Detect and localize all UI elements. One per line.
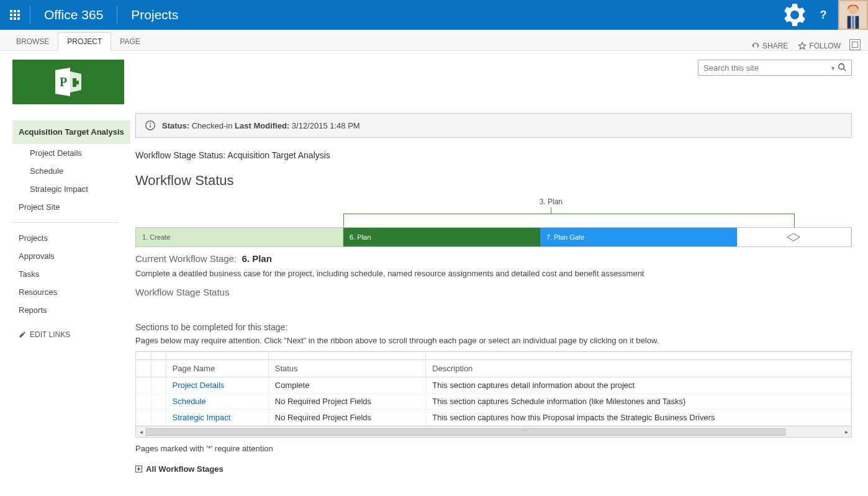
workflow-stage-plan[interactable]: 6. Plan <box>343 228 540 246</box>
current-stage-value: 6. Plan <box>242 253 271 264</box>
all-workflow-stages-toggle[interactable]: + All Workflow Stages <box>135 464 852 474</box>
stage-description: Complete a deatiled business case for th… <box>135 269 852 278</box>
sections-table: Page Name Status Description Project Det… <box>136 352 851 426</box>
focus-content-icon[interactable] <box>849 39 861 50</box>
sections-subtext: Pages below may require attention. Click… <box>135 336 852 345</box>
last-modified-label: Last Modified: <box>235 121 289 130</box>
site-logo-project[interactable]: P <box>12 60 124 104</box>
table-col-blank <box>136 360 151 377</box>
ribbon-tab-project[interactable]: PROJECT <box>58 32 111 51</box>
app-name-label[interactable]: Projects <box>117 7 192 22</box>
workflow-stage-plan-gate[interactable]: 7. Plan Gate <box>540 228 737 246</box>
workflow-diagram: 3. Plan 1. Create 6. Plan 7. Plan Gate <box>135 197 852 247</box>
scroll-grip-icon: ⋯ <box>522 427 528 434</box>
svg-marker-5 <box>798 42 806 49</box>
workflow-status-heading: Workflow Status <box>135 173 852 189</box>
table-row: Strategic Impact No Required Project Fie… <box>136 410 851 426</box>
expand-icon: + <box>135 466 142 472</box>
all-workflow-stages-label: All Workflow Stages <box>146 464 224 474</box>
sections-footnote: Pages marked with '*' require attention <box>135 444 852 453</box>
svg-point-13 <box>150 123 151 124</box>
table-row: Schedule No Required Project Fields This… <box>136 394 851 410</box>
share-label: SHARE <box>762 42 788 50</box>
sections-table-wrap: Page Name Status Description Project Det… <box>135 351 852 426</box>
table-row: Project Details Complete This section ca… <box>136 377 851 394</box>
page-link-project-details[interactable]: Project Details <box>173 381 225 390</box>
diamond-icon <box>787 233 800 241</box>
table-col-blank <box>151 360 166 377</box>
nav-current-project[interactable]: Acquisition Target Analysis <box>12 120 130 144</box>
table-col-page-name[interactable]: Page Name <box>166 360 268 377</box>
follow-button[interactable]: FOLLOW <box>793 42 846 50</box>
share-button[interactable]: SHARE <box>746 42 793 50</box>
table-col-status[interactable]: Status <box>268 360 426 377</box>
search-box[interactable]: ▾ <box>698 60 852 76</box>
workflow-stage-status-subheading: Workflow Stage Status <box>135 287 852 297</box>
svg-text:P: P <box>60 75 67 89</box>
nav-sub-schedule[interactable]: Schedule <box>24 162 130 180</box>
scroll-left-icon[interactable]: ◂ <box>136 428 146 435</box>
brand-label[interactable]: Office 365 <box>30 7 117 22</box>
search-scope-dropdown-icon[interactable]: ▾ <box>831 65 838 71</box>
suite-header: Office 365 Projects ? <box>0 0 868 30</box>
workflow-stage-status-line: Workflow Stage Status: Acquisition Targe… <box>135 150 852 160</box>
svg-point-9 <box>839 63 844 69</box>
left-column: P Acquisition Target Analysis Project De… <box>0 51 130 496</box>
user-avatar[interactable] <box>838 0 868 30</box>
svg-rect-4 <box>852 16 854 29</box>
app-launcher-icon[interactable] <box>0 0 30 30</box>
horizontal-scrollbar[interactable]: ◂ ⋯ ▸ <box>135 426 852 438</box>
status-label: Status: <box>162 121 189 130</box>
table-col-description[interactable]: Description <box>426 360 851 377</box>
workflow-stage-next[interactable] <box>737 228 851 246</box>
help-icon[interactable]: ? <box>808 0 838 30</box>
page-link-schedule[interactable]: Schedule <box>173 397 206 406</box>
row-desc: This section captures Schedule informati… <box>426 394 851 410</box>
nav-sub-strategic-impact[interactable]: Strategic Impact <box>24 180 130 198</box>
row-status: Complete <box>268 377 426 394</box>
ribbon-tabs-row: BROWSE PROJECT PAGE SHARE FOLLOW <box>0 30 868 51</box>
svg-line-10 <box>844 68 846 71</box>
svg-marker-14 <box>787 233 800 241</box>
status-bar: Status: Checked-in Last Modified: 3/12/2… <box>135 113 852 138</box>
follow-label: FOLLOW <box>809 42 841 50</box>
workflow-stages-row: 1. Create 6. Plan 7. Plan Gate <box>135 227 852 247</box>
quick-launch-nav: Acquisition Target Analysis Project Deta… <box>12 120 130 343</box>
current-stage-label: Current Workflow Stage: <box>135 253 237 264</box>
ribbon-tab-browse[interactable]: BROWSE <box>7 33 58 50</box>
search-input[interactable] <box>703 63 831 73</box>
nav-tasks[interactable]: Tasks <box>12 265 130 283</box>
nav-projects[interactable]: Projects <box>12 229 130 247</box>
row-status: No Required Project Fields <box>268 394 426 410</box>
scroll-right-icon[interactable]: ▸ <box>841 428 851 435</box>
current-stage-line: Current Workflow Stage: 6. Plan <box>135 253 852 264</box>
nav-resources[interactable]: Resources <box>12 283 130 301</box>
row-desc: This section captures how this Proposal … <box>426 410 851 426</box>
sections-heading: Sections to be completed for this stage: <box>135 322 852 332</box>
nav-sub-project-details[interactable]: Project Details <box>24 144 130 162</box>
nav-divider <box>12 222 118 223</box>
workflow-phase-band <box>343 214 795 227</box>
info-icon <box>145 120 156 131</box>
main-content: ▾ Status: Checked-in Last Modified: 3/12… <box>130 51 868 496</box>
nav-project-site[interactable]: Project Site <box>12 198 130 216</box>
workflow-phase-label: 3. Plan <box>540 197 563 206</box>
edit-links-label: EDIT LINKS <box>30 330 70 339</box>
status-value: Checked-in <box>192 121 233 130</box>
ribbon-tab-page[interactable]: PAGE <box>111 33 148 50</box>
last-modified-value: 3/12/2015 1:48 PM <box>292 121 360 130</box>
search-icon[interactable] <box>838 63 849 73</box>
workflow-phase-stem <box>551 207 551 214</box>
page-link-strategic-impact[interactable]: Strategic Impact <box>173 413 231 422</box>
settings-gear-icon[interactable] <box>779 0 808 30</box>
row-desc: This section captures detail information… <box>426 377 851 394</box>
scroll-thumb[interactable] <box>146 428 785 436</box>
edit-links-button[interactable]: EDIT LINKS <box>12 327 130 343</box>
row-status: No Required Project Fields <box>268 410 426 426</box>
nav-reports[interactable]: Reports <box>12 301 130 319</box>
nav-approvals[interactable]: Approvals <box>12 247 130 265</box>
workflow-stage-create[interactable]: 1. Create <box>136 228 343 246</box>
